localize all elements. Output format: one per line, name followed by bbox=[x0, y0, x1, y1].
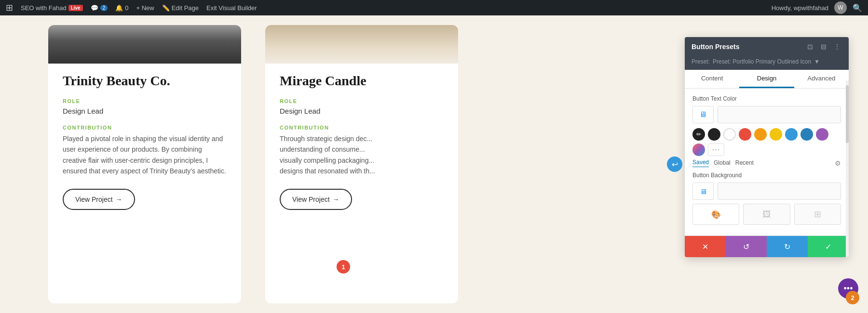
edit-color-icon[interactable]: ✏ bbox=[692, 128, 705, 141]
main-content: Trinity Beauty Co. ROLE Design Lead CONT… bbox=[0, 15, 868, 313]
preset-row: Preset: Preset: Portfolio Primary Outlin… bbox=[685, 56, 849, 70]
card-trinity-contribution-text: Played a pivotal role in shaping the vis… bbox=[63, 133, 227, 177]
arrow-icon: ↩ bbox=[672, 160, 678, 169]
button-bg-label: Button Background bbox=[692, 172, 841, 179]
swatches-tab-global[interactable]: Global bbox=[714, 159, 731, 167]
redo-button[interactable]: ↻ bbox=[767, 236, 808, 257]
card-trinity-role: Design Lead bbox=[63, 107, 227, 115]
swatch-orange[interactable] bbox=[754, 128, 767, 141]
swatches-tab-recent[interactable]: Recent bbox=[735, 159, 754, 167]
new-button[interactable]: + New bbox=[136, 4, 154, 12]
presets-panel-title: Button Presets bbox=[692, 43, 740, 51]
badge-number-2: 2 bbox=[846, 291, 859, 304]
card-mirage-contribution-text: Through strategic design dec... understa… bbox=[280, 133, 444, 177]
live-badge: Live bbox=[68, 5, 83, 11]
swatch-black[interactable] bbox=[708, 128, 720, 141]
swatch-blue[interactable] bbox=[785, 128, 798, 141]
pencil-icon: ✏️ bbox=[162, 4, 170, 12]
card-mirage-image bbox=[265, 25, 458, 64]
presets-content: Button Text Color 🖥 ✏ ··· bbox=[685, 89, 849, 235]
presets-panel-header: Button Presets ⊡ ⊟ ⋮ bbox=[685, 37, 849, 56]
edit-page-button[interactable]: ✏️ Edit Page bbox=[162, 4, 199, 12]
more-options-icon[interactable]: ⋮ bbox=[832, 42, 842, 52]
card-mirage-contribution-label: CONTRIBUTION bbox=[280, 125, 444, 130]
swatch-red[interactable] bbox=[739, 128, 751, 141]
card-trinity-view-project[interactable]: View Project → bbox=[63, 189, 135, 210]
search-icon[interactable]: 🔍 bbox=[853, 3, 862, 13]
card-mirage-role-label: ROLE bbox=[280, 98, 444, 104]
card-trinity-role-label: ROLE bbox=[63, 98, 227, 104]
bg-grid-icon-box[interactable]: ⊞ bbox=[794, 204, 841, 225]
swatch-yellow[interactable] bbox=[770, 128, 782, 141]
presets-header-icons: ⊡ ⊟ ⋮ bbox=[805, 42, 842, 52]
tab-advanced[interactable]: Advanced bbox=[794, 70, 849, 88]
card-mirage: Mirage Candle ROLE Design Lead CONTRIBUT… bbox=[265, 25, 458, 303]
split-icon[interactable]: ⊟ bbox=[819, 42, 828, 52]
text-color-preview[interactable]: 🖥 bbox=[692, 106, 714, 123]
bg-inputs-row: 🖥 bbox=[692, 183, 841, 200]
presets-panel: Button Presets ⊡ ⊟ ⋮ Preset: Preset: Por… bbox=[685, 37, 849, 257]
bg-palette-icon-box[interactable]: 🎨 bbox=[692, 204, 739, 225]
bg-color-text-input[interactable] bbox=[718, 183, 841, 200]
bg-image-icon-box[interactable]: 🖼 bbox=[743, 204, 790, 225]
card-mirage-view-project[interactable]: View Project → bbox=[280, 189, 352, 210]
more-swatches-button[interactable]: ··· bbox=[708, 143, 724, 156]
resize-icon[interactable]: ⊡ bbox=[805, 42, 815, 52]
button-bg-section: Button Background 🖥 🎨 🖼 ⊞ bbox=[692, 172, 841, 225]
card-trinity-image bbox=[48, 25, 241, 64]
text-color-text-input[interactable] bbox=[718, 106, 841, 123]
cancel-button[interactable]: ✕ bbox=[685, 236, 726, 257]
card-mirage-body: Mirage Candle ROLE Design Lead CONTRIBUT… bbox=[265, 64, 458, 220]
comment-icon: 💬 bbox=[91, 4, 98, 12]
card-mirage-role: Design Lead bbox=[280, 107, 444, 115]
undo-button[interactable]: ↺ bbox=[726, 236, 767, 257]
preset-dropdown-icon[interactable]: ▼ bbox=[814, 58, 820, 65]
swatches-tab-saved[interactable]: Saved bbox=[692, 159, 709, 167]
card-mirage-title: Mirage Candle bbox=[280, 73, 444, 89]
comments-count: 2 bbox=[100, 5, 108, 11]
panel-scrollbar[interactable] bbox=[846, 80, 849, 257]
button-text-color-label: Button Text Color bbox=[692, 95, 841, 102]
card-trinity-title: Trinity Beauty Co. bbox=[63, 73, 227, 89]
wp-logo-icon[interactable]: ⊞ bbox=[6, 2, 13, 13]
right-floating-icon[interactable]: ↩ bbox=[667, 156, 682, 172]
card-trinity-contribution-label: CONTRIBUTION bbox=[63, 125, 227, 130]
notif-count: 0 bbox=[125, 4, 128, 12]
badge-number-1: 1 bbox=[337, 260, 350, 274]
tab-design[interactable]: Design bbox=[739, 70, 794, 88]
bg-monitor-icon: 🖥 bbox=[700, 187, 707, 196]
card-trinity-body: Trinity Beauty Co. ROLE Design Lead CONT… bbox=[48, 64, 241, 220]
card-trinity: Trinity Beauty Co. ROLE Design Lead CONT… bbox=[48, 25, 241, 303]
avatar[interactable]: W bbox=[834, 1, 847, 14]
bg-monitor-icon-box[interactable]: 🖥 bbox=[692, 183, 714, 200]
confirm-button[interactable]: ✓ bbox=[808, 236, 849, 257]
swatch-white[interactable] bbox=[723, 128, 736, 141]
bell-icon: 🔔 bbox=[115, 4, 123, 12]
presets-actions: ✕ ↺ ↻ ✓ bbox=[685, 235, 849, 257]
howdy-text: Howdy, wpwithfahad bbox=[772, 4, 828, 12]
swatches-gear-icon[interactable]: ⚙ bbox=[835, 159, 841, 167]
presets-tabs: Content Design Advanced bbox=[685, 70, 849, 89]
bg-icon-boxes-row: 🎨 🖼 ⊞ bbox=[692, 204, 841, 225]
color-swatches-row: ✏ ··· bbox=[692, 128, 841, 156]
panel-scrollbar-thumb bbox=[846, 85, 849, 143]
preset-value: Preset: Portfolio Primary Outlined Icon bbox=[713, 58, 811, 65]
site-name[interactable]: SEO with Fahad Live bbox=[21, 4, 83, 12]
exit-builder-button[interactable]: Exit Visual Builder bbox=[206, 4, 257, 12]
text-color-input-row: 🖥 bbox=[692, 106, 841, 123]
swatch-purple[interactable] bbox=[816, 128, 828, 141]
preset-text: Preset: bbox=[692, 58, 710, 65]
swatches-tabs-row: Saved Global Recent ⚙ bbox=[692, 159, 841, 167]
tab-content[interactable]: Content bbox=[685, 70, 739, 88]
admin-bar: ⊞ SEO with Fahad Live 💬 2 🔔 0 + New ✏️ E… bbox=[0, 0, 868, 15]
notifications-link[interactable]: 🔔 0 bbox=[115, 4, 128, 12]
monitor-icon: 🖥 bbox=[699, 110, 707, 119]
comments-link[interactable]: 💬 2 bbox=[91, 4, 108, 12]
swatch-gradient[interactable] bbox=[692, 143, 705, 156]
swatch-dark-blue[interactable] bbox=[800, 128, 813, 141]
